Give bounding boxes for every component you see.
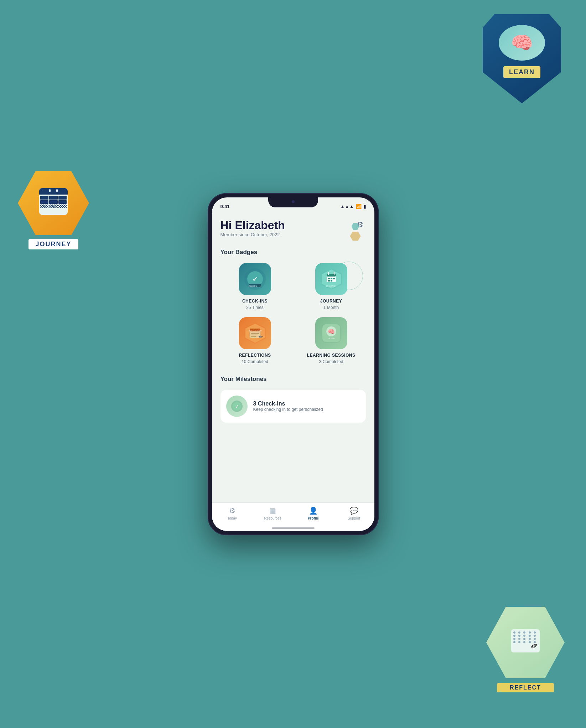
tab-bar: ⚙ Today ▦ Resources 👤 Profile 💬 Support: [212, 502, 374, 531]
learning-desc: 3 Completed: [319, 359, 343, 364]
reflect-badge-float: ✏ REFLECT: [486, 607, 565, 692]
status-icons: ▲▲▲ 📶 ▮: [340, 204, 366, 209]
greeting-text: Hi Elizabeth: [221, 219, 285, 232]
profile-icon: 👤: [309, 506, 318, 515]
journey-svg: JOURNEY: [319, 267, 344, 291]
checkins-desc: 25 Times: [246, 305, 264, 310]
milestone-icon: ✓: [226, 396, 248, 417]
svg-text:LEARN: LEARN: [328, 337, 335, 340]
svg-text:CHECK-IN: CHECK-IN: [248, 285, 261, 287]
home-indicator: [272, 527, 315, 529]
learn-svg: 🧠 LEARN: [319, 321, 344, 346]
notch: [268, 197, 318, 207]
svg-rect-8: [327, 274, 336, 277]
learn-badge-label: LEARN: [503, 66, 540, 78]
tab-today[interactable]: ⚙ Today: [212, 506, 253, 520]
learning-icon: 🧠 LEARN: [315, 317, 347, 349]
scroll-area[interactable]: Hi Elizabeth Member since October, 2022 …: [212, 213, 374, 507]
checkins-name: CHECK-INS: [242, 299, 268, 304]
hex-decorations: [352, 223, 361, 241]
svg-rect-14: [328, 280, 330, 282]
phone-screen: 9:41 ▲▲▲ 📶 ▮: [212, 197, 374, 531]
svg-text:REFLECTION: REFLECTION: [248, 330, 261, 332]
phone-container: 9:41 ▲▲▲ 📶 ▮: [208, 193, 379, 535]
badge-learning[interactable]: 🧠 LEARN LEARNING SESSIONS 3 Completed: [297, 317, 366, 364]
learn-badge-float: 🧠 LEARN: [483, 14, 568, 114]
svg-text:🧠: 🧠: [328, 328, 335, 335]
camera-dot: [292, 200, 295, 203]
badge-reflections[interactable]: REFLECTION ✏ REFLECTIONS 10 Completed: [221, 317, 290, 364]
journey-name: JOURNEY: [320, 299, 342, 304]
milestone-checkins[interactable]: ✓ 3 Check-ins Keep checking in to get pe…: [221, 390, 366, 423]
reflection-svg: REFLECTION ✏: [243, 321, 268, 346]
resources-icon: ▦: [269, 506, 276, 515]
today-icon: ⚙: [229, 506, 235, 515]
badges-section-title: Your Badges: [221, 249, 366, 256]
svg-rect-12: [331, 278, 332, 279]
journey-icon: JOURNEY: [315, 263, 347, 295]
tab-resources[interactable]: ▦ Resources: [253, 506, 293, 520]
reflections-name: REFLECTIONS: [239, 353, 271, 358]
milestone-title: 3 Check-ins: [253, 401, 323, 407]
reflect-badge-label: REFLECT: [497, 683, 554, 692]
badges-grid: ✓ CHECK-IN CHECK-INS 25 Times: [221, 263, 366, 364]
svg-rect-13: [333, 278, 335, 279]
badge-checkins[interactable]: ✓ CHECK-IN CHECK-INS 25 Times: [221, 263, 290, 310]
signal-icon: ▲▲▲: [340, 204, 354, 209]
tab-profile[interactable]: 👤 Profile: [293, 506, 334, 520]
journey-badge-label: JOURNEY: [28, 239, 78, 249]
milestones-section-title: Your Milestones: [221, 376, 366, 383]
svg-text:✓: ✓: [234, 403, 239, 409]
milestone-desc: Keep checking in to get personalized: [253, 407, 323, 412]
support-label: Support: [348, 516, 360, 520]
profile-label: Profile: [308, 516, 319, 520]
support-icon: 💬: [349, 506, 358, 515]
member-since-text: Member since October, 2022: [221, 232, 285, 237]
battery-icon: ▮: [363, 204, 366, 209]
wifi-icon: 📶: [356, 204, 362, 209]
resources-label: Resources: [264, 516, 281, 520]
svg-text:✏: ✏: [259, 334, 263, 340]
svg-text:✓: ✓: [252, 275, 258, 283]
svg-text:JOURNEY: JOURNEY: [326, 285, 337, 287]
today-label: Today: [227, 516, 237, 520]
reflections-icon: REFLECTION ✏: [239, 317, 271, 349]
milestone-check-svg: ✓: [230, 399, 244, 413]
reflect-paper-icon: ✏: [511, 629, 540, 652]
profile-header: Hi Elizabeth Member since October, 2022 …: [221, 219, 366, 246]
svg-rect-15: [331, 280, 332, 282]
learning-name: LEARNING SESSIONS: [307, 353, 356, 358]
phone-frame: 9:41 ▲▲▲ 📶 ▮: [208, 193, 379, 535]
status-time: 9:41: [221, 204, 230, 209]
svg-rect-11: [328, 278, 330, 279]
journey-badge-float: JOURNEY: [18, 171, 89, 249]
learn-brain-icon: 🧠: [499, 25, 545, 61]
header-text: Hi Elizabeth Member since October, 2022: [221, 219, 285, 246]
checkin-svg: ✓ CHECK-IN: [243, 267, 268, 291]
tab-support[interactable]: 💬 Support: [334, 506, 374, 520]
milestone-text: 3 Check-ins Keep checking in to get pers…: [253, 401, 323, 412]
journey-desc: 1 Month: [323, 305, 339, 310]
reflections-desc: 10 Completed: [242, 359, 268, 364]
checkins-icon: ✓ CHECK-IN: [239, 263, 271, 295]
